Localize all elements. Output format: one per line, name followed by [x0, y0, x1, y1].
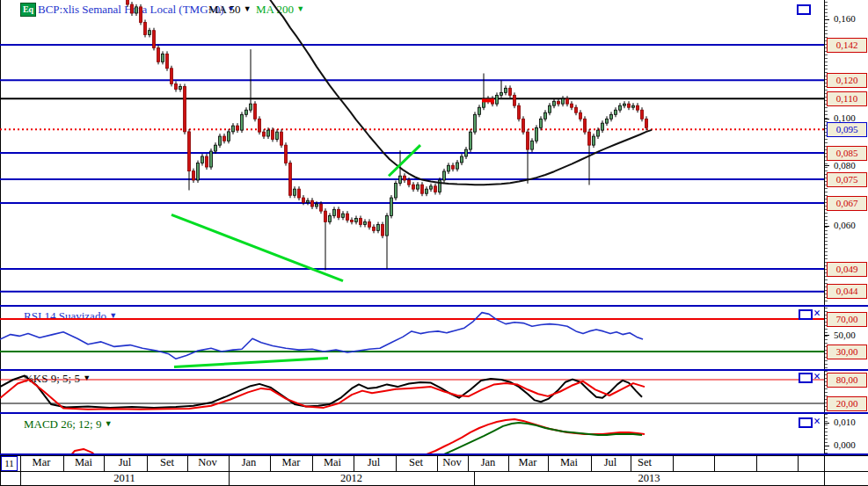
level-label-80,00[interactable]: 80,00	[827, 373, 867, 388]
close-icon[interactable]: ×	[813, 372, 821, 382]
axis-tick	[824, 446, 829, 446]
month-separator	[673, 455, 674, 471]
month-separator	[548, 455, 549, 471]
year-label: 2012	[229, 472, 474, 485]
maximize-icon[interactable]	[799, 417, 813, 428]
level-label-30,00[interactable]: 30,00	[827, 345, 867, 359]
axis-tick-label: 50,00	[834, 330, 856, 340]
month-separator	[437, 455, 438, 471]
month-label: Mai	[75, 456, 92, 469]
level-label-0,049[interactable]: 0,049	[827, 262, 867, 277]
month-separator	[508, 455, 509, 471]
month-separator	[631, 455, 631, 471]
axis-tick	[824, 165, 829, 166]
month-label: Jul	[119, 456, 132, 469]
month-separator	[756, 455, 757, 471]
month-label: Mai	[560, 456, 578, 469]
axis-tick-label: 0,000	[834, 440, 856, 450]
month-separator	[396, 455, 397, 471]
month-label: Set	[638, 456, 652, 469]
level-label-0,067[interactable]: 0,067	[827, 196, 867, 211]
level-label-0,142[interactable]: 0,142	[827, 38, 867, 53]
chart-canvas[interactable]	[0, 0, 868, 486]
maximize-icon[interactable]	[799, 309, 813, 320]
month-separator	[270, 455, 271, 471]
level-label-0,075[interactable]: 0,075	[827, 172, 867, 187]
month-separator	[354, 455, 354, 471]
level-label-20,00[interactable]: 20,00	[827, 396, 867, 411]
close-icon[interactable]: ×	[813, 417, 821, 427]
level-label-0,044[interactable]: 0,044	[827, 284, 867, 299]
month-separator	[63, 455, 64, 471]
month-separator	[147, 455, 148, 471]
month-label: Mai	[324, 456, 341, 469]
axis-tick-label: 0,160	[834, 14, 856, 24]
year-label: 2013	[474, 472, 824, 485]
axis-tick	[824, 335, 829, 336]
close-icon[interactable]: ×	[813, 308, 821, 319]
month-label: Mar	[33, 456, 51, 469]
month-label: Mar	[282, 456, 301, 469]
month-label: Set	[160, 456, 174, 469]
month-separator	[798, 455, 799, 471]
maximize-icon[interactable]	[799, 373, 813, 383]
year-separator	[824, 471, 825, 485]
month-label: Nov	[198, 456, 217, 469]
chart-window: Eq BCP:xlis Semanal Hora Local (TMG+0) ▼…	[0, 0, 868, 486]
month-separator	[229, 455, 230, 471]
axis-tick-label: 0,060	[834, 221, 856, 230]
year-label: 2011	[20, 472, 229, 485]
month-label: Mar	[519, 456, 537, 469]
axis-tick-label: 0,080	[834, 161, 856, 170]
month-label: Jul	[368, 456, 381, 469]
axis-tick-label: 0,010	[834, 417, 856, 427]
level-label-0,120[interactable]: 0,120	[827, 73, 867, 88]
level-label-0,085[interactable]: 0,085	[827, 146, 867, 161]
axis-tick	[824, 423, 829, 424]
level-label-0,110[interactable]: 0,110	[827, 91, 867, 106]
month-label: Jul	[604, 456, 617, 469]
axis-tick	[824, 19, 829, 20]
month-separator	[468, 455, 469, 471]
month-label: Set	[409, 456, 423, 469]
month-label: Nov	[442, 456, 462, 469]
month-label: Jan	[242, 456, 257, 469]
axis-tick	[824, 226, 829, 227]
axis-tick	[824, 119, 829, 120]
month-separator	[187, 455, 188, 471]
level-label-70,00[interactable]: 70,00	[827, 312, 867, 327]
level-label-0,095[interactable]: 0,095	[827, 122, 867, 137]
month-separator	[20, 455, 21, 471]
month-separator	[312, 455, 313, 471]
month-separator	[714, 455, 715, 471]
month-separator	[591, 455, 592, 471]
month-separator	[104, 455, 105, 471]
month-label: Jan	[481, 456, 496, 469]
maximize-icon[interactable]	[797, 4, 811, 15]
time-axis-left-cell[interactable]: 11	[1, 456, 18, 471]
